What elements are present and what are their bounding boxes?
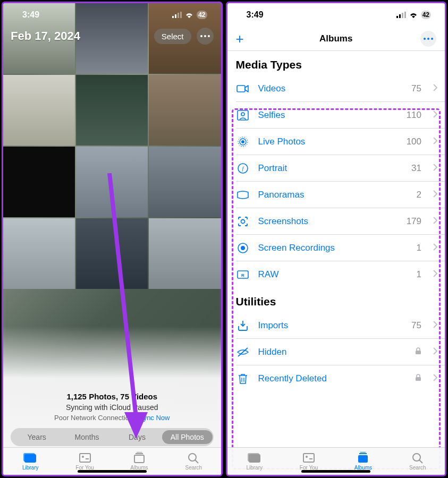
cellular-icon	[172, 12, 182, 18]
chevron-right-icon	[433, 164, 437, 173]
chevron-right-icon	[433, 217, 437, 226]
selfie-icon	[236, 109, 250, 121]
photo-thumbnail[interactable]	[3, 147, 75, 217]
select-button[interactable]: Select	[154, 29, 191, 44]
album-row-count: 179	[407, 216, 421, 227]
album-row-label: Panoramas	[258, 190, 408, 200]
album-row-raw[interactable]: RRAW1	[236, 261, 445, 288]
segment-days[interactable]: Days	[112, 430, 162, 444]
photo-thumbnail[interactable]	[3, 75, 75, 146]
svg-line-16	[195, 460, 198, 463]
album-row-imports[interactable]: Imports75	[236, 312, 445, 339]
add-album-button[interactable]: +	[236, 32, 244, 46]
svg-rect-48	[309, 458, 312, 459]
album-row-count: 31	[411, 163, 421, 174]
segment-years[interactable]: Years	[12, 430, 62, 444]
live-icon	[236, 136, 250, 148]
search-icon	[187, 452, 200, 464]
album-row-label: Screenshots	[258, 216, 398, 227]
svg-point-47	[306, 456, 308, 458]
library-icon	[23, 452, 37, 464]
album-row-portrait[interactable]: fPortrait31	[236, 155, 445, 182]
hidden-icon	[236, 346, 250, 358]
svg-point-23	[424, 38, 426, 40]
segment-months[interactable]: Months	[62, 430, 112, 444]
segment-all-photos[interactable]: All Photos	[162, 430, 212, 444]
svg-rect-1	[175, 14, 176, 18]
album-row-label: Recently Deleted	[258, 373, 405, 384]
photo-thumbnail[interactable]	[76, 147, 148, 217]
album-row-label: Live Photos	[258, 136, 398, 147]
status-time: 3:49	[22, 10, 39, 20]
screenshot-icon	[236, 216, 250, 227]
album-row-screenrec[interactable]: Screen Recordings1	[236, 235, 445, 261]
home-indicator[interactable]	[301, 470, 370, 473]
album-row-pano[interactable]: Panoramas2	[236, 182, 445, 208]
album-row-trash[interactable]: Recently Deleted	[236, 365, 445, 392]
svg-line-53	[419, 460, 422, 463]
tab-search[interactable]: Search	[391, 448, 445, 475]
portrait-icon: f	[236, 163, 250, 174]
chevron-right-icon	[433, 347, 437, 357]
svg-point-6	[208, 35, 210, 37]
library-icon	[248, 452, 261, 464]
svg-rect-2	[177, 13, 179, 18]
status-time: 3:49	[247, 10, 264, 20]
album-row-live[interactable]: Live Photos100	[236, 129, 445, 155]
battery-indicator: 42	[421, 11, 431, 19]
photo-thumbnail[interactable]	[149, 218, 221, 289]
status-bar: 3:49 42	[227, 3, 445, 27]
svg-rect-22	[404, 12, 406, 18]
album-row-hidden[interactable]: Hidden	[236, 339, 445, 365]
more-button[interactable]	[197, 28, 214, 45]
svg-point-4	[200, 35, 202, 37]
imports-icon	[236, 320, 250, 331]
photo-thumbnail[interactable]	[76, 218, 148, 289]
svg-point-28	[241, 113, 244, 116]
phone-library-screen: 3:49 42 Feb 17, 2024 Select 1,125 Photos…	[2, 2, 223, 476]
section-media-types-title: Media Types	[227, 51, 445, 75]
library-date: Feb 17, 2024	[11, 29, 80, 43]
chevron-right-icon	[433, 243, 437, 253]
time-scope-segments[interactable]: Years Months Days All Photos	[11, 428, 214, 446]
svg-rect-8	[23, 453, 35, 462]
album-row-label: RAW	[258, 269, 408, 280]
album-row-label: Videos	[258, 83, 403, 94]
chevron-right-icon	[433, 110, 437, 120]
albums-scroll[interactable]: Media Types Videos75Selfies110Live Photo…	[227, 51, 445, 475]
library-header: Feb 17, 2024 Select	[11, 28, 214, 45]
svg-rect-40	[416, 351, 421, 354]
svg-text:f: f	[242, 166, 244, 172]
album-row-count: 110	[407, 110, 421, 121]
svg-rect-19	[396, 16, 398, 18]
svg-point-5	[204, 35, 206, 37]
svg-line-39	[238, 348, 248, 356]
ellipsis-icon	[424, 38, 433, 40]
photo-thumbnail[interactable]	[149, 75, 221, 146]
chevron-right-icon	[433, 270, 437, 279]
tab-library[interactable]: Library	[3, 448, 57, 475]
photo-thumbnail[interactable]	[76, 75, 148, 146]
sync-now-link[interactable]: Sync Now	[139, 414, 170, 422]
album-row-selfie[interactable]: Selfies110	[236, 102, 445, 129]
svg-rect-0	[172, 16, 174, 18]
home-indicator[interactable]	[78, 470, 147, 473]
chevron-right-icon	[433, 374, 437, 383]
cellular-icon	[396, 12, 406, 18]
album-row-video[interactable]: Videos75	[236, 75, 445, 102]
album-row-screenshot[interactable]: Screenshots179	[236, 208, 445, 235]
photo-thumbnail[interactable]	[3, 218, 75, 289]
albums-nav-bar: + Albums	[227, 27, 445, 51]
library-summary: 1,125 Photos, 75 Videos Syncing with iCl…	[3, 392, 221, 422]
photo-thumbnail[interactable]	[149, 147, 221, 217]
battery-indicator: 42	[197, 11, 207, 19]
tab-library[interactable]: Library	[227, 448, 282, 475]
status-bar: 3:49 42	[3, 3, 221, 27]
svg-rect-49	[358, 455, 368, 463]
phone-albums-screen: 3:49 42 + Albums Media Types Videos75Sel…	[226, 2, 447, 476]
for-you-icon	[78, 452, 92, 464]
section-utilities-title: Utilities	[227, 288, 445, 312]
svg-point-36	[241, 246, 245, 250]
more-button[interactable]	[420, 31, 436, 47]
tab-search[interactable]: Search	[166, 448, 221, 475]
